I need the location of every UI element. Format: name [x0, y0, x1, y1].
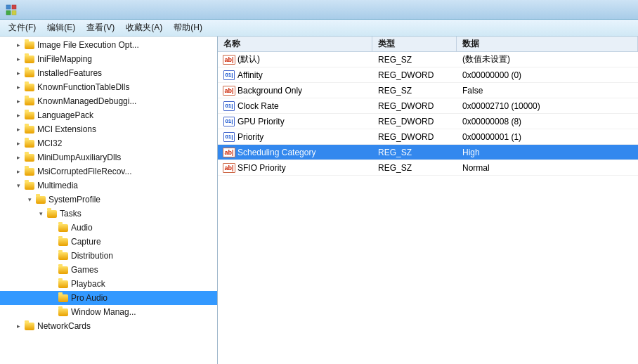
- reg-icon-2: ab|: [223, 85, 235, 96]
- tree-tasks[interactable]: Tasks: [0, 207, 217, 221]
- tree-systemprofile[interactable]: SystemProfile: [0, 193, 217, 207]
- tree-audio-folder-icon: [58, 223, 69, 233]
- tree-mci32-label: MCI32: [37, 138, 62, 148]
- reg-cell-name-0: ab|(默认): [218, 52, 372, 67]
- tree-panel: Image File Execution Opt...IniFileMappin…: [0, 37, 218, 364]
- tree-msicorrupted[interactable]: MsiCorruptedFileRecov...: [0, 164, 217, 178]
- tree-knownmanaged-arrow: [13, 96, 24, 107]
- tree-games[interactable]: Games: [0, 263, 217, 277]
- tree-languagepack[interactable]: LanguagePack: [0, 108, 217, 122]
- tree-installedfeatures-label: InstalledFeatures: [37, 68, 102, 78]
- tree-minidump-label: MiniDumpAuxiliaryDlls: [37, 152, 121, 162]
- tree-content[interactable]: Image File Execution Opt...IniFileMappin…: [0, 37, 217, 364]
- tree-windowmanag-folder-icon: [58, 307, 69, 317]
- main-content: Image File Execution Opt...IniFileMappin…: [0, 37, 638, 364]
- reg-icon-5: 01|: [223, 131, 235, 143]
- reg-cell-data-7: Normal: [457, 160, 638, 175]
- reg-cell-name-1: 01|Affinity: [218, 67, 372, 82]
- tree-knownmanaged-label: KnownManagedDebuggi...: [37, 96, 136, 106]
- col-header-data: 数据: [457, 37, 638, 51]
- svg-rect-1: [12, 5, 16, 9]
- tree-imagefileexecution-folder-icon: [24, 40, 35, 50]
- tree-languagepack-arrow: [13, 110, 24, 121]
- reg-cell-name-7: ab|SFIO Priority: [218, 160, 372, 175]
- reg-name-text-7: SFIO Priority: [237, 163, 286, 173]
- reg-cell-type-5: REG_DWORD: [372, 129, 457, 144]
- reg-row-6[interactable]: ab|Scheduling CategoryREG_SZHigh: [218, 145, 638, 160]
- tree-minidump[interactable]: MiniDumpAuxiliaryDlls: [0, 150, 217, 164]
- tree-multimedia[interactable]: Multimedia: [0, 178, 217, 193]
- tree-installedfeatures-folder-icon: [24, 68, 35, 78]
- tree-inifilemapping[interactable]: IniFileMapping: [0, 52, 217, 66]
- reg-name-text-2: Background Only: [237, 86, 302, 96]
- tree-minidump-arrow: [13, 152, 24, 163]
- reg-row-7[interactable]: ab|SFIO PriorityREG_SZNormal: [218, 160, 638, 176]
- menu-file[interactable]: 文件(F): [3, 20, 41, 35]
- tree-windowmanag[interactable]: Window Manag...: [0, 305, 217, 319]
- reg-icon-6: ab|: [223, 147, 235, 158]
- reg-name-text-1: Affinity: [237, 70, 263, 80]
- registry-header: 名称 类型 数据: [218, 37, 638, 52]
- tree-proaudio[interactable]: Pro Audio: [0, 291, 217, 305]
- tree-tasks-label: Tasks: [60, 209, 82, 219]
- app-icon: [6, 4, 17, 15]
- reg-row-0[interactable]: ab|(默认)REG_SZ(数值未设置): [218, 52, 638, 67]
- reg-row-5[interactable]: 01|PriorityREG_DWORD0x00000001 (1): [218, 129, 638, 145]
- tree-tasks-arrow: [35, 208, 46, 219]
- tree-inifilemapping-folder-icon: [24, 54, 35, 64]
- reg-cell-type-6: REG_SZ: [372, 145, 457, 160]
- reg-cell-type-0: REG_SZ: [372, 52, 457, 67]
- tree-capture[interactable]: Capture: [0, 235, 217, 249]
- reg-icon-4: 01|: [223, 116, 235, 127]
- tree-playback[interactable]: Playback: [0, 277, 217, 291]
- reg-row-2[interactable]: ab|Background OnlyREG_SZFalse: [218, 83, 638, 98]
- tree-playback-folder-icon: [58, 279, 69, 289]
- reg-row-1[interactable]: 01|AffinityREG_DWORD0x00000000 (0): [218, 67, 638, 83]
- tree-imagefileexecution[interactable]: Image File Execution Opt...: [0, 38, 217, 52]
- tree-distribution[interactable]: Distribution: [0, 249, 217, 263]
- tree-mciextensions-arrow: [13, 124, 24, 135]
- title-bar: [0, 0, 638, 20]
- tree-mciextensions-label: MCI Extensions: [37, 124, 96, 134]
- tree-inifilemapping-arrow: [13, 53, 24, 65]
- tree-multimedia-folder-icon: [24, 181, 35, 190]
- tree-proaudio-label: Pro Audio: [71, 293, 108, 303]
- tree-audio-label: Audio: [71, 223, 93, 233]
- reg-icon-0: ab|: [223, 54, 235, 65]
- tree-tasks-folder-icon: [46, 209, 58, 219]
- tree-games-label: Games: [71, 265, 98, 275]
- reg-cell-data-6: High: [457, 145, 638, 160]
- reg-cell-data-3: 0x00002710 (10000): [457, 98, 638, 113]
- tree-mciextensions[interactable]: MCI Extensions: [0, 122, 217, 136]
- menu-view[interactable]: 查看(V): [81, 20, 120, 35]
- tree-installedfeatures[interactable]: InstalledFeatures: [0, 66, 217, 80]
- reg-name-text-5: Priority: [237, 132, 263, 142]
- menu-edit[interactable]: 编辑(E): [41, 20, 81, 35]
- reg-cell-name-2: ab|Background Only: [218, 83, 372, 98]
- reg-cell-name-6: ab|Scheduling Category: [218, 145, 372, 160]
- tree-networkcards[interactable]: NetworkCards: [0, 319, 217, 333]
- tree-mci32-folder-icon: [24, 138, 35, 148]
- tree-windowmanag-arrow: [46, 306, 58, 318]
- tree-audio[interactable]: Audio: [0, 221, 217, 235]
- reg-row-4[interactable]: 01|GPU PriorityREG_DWORD0x00000008 (8): [218, 114, 638, 129]
- menu-bar: 文件(F)编辑(E)查看(V)收藏夹(A)帮助(H): [0, 20, 638, 37]
- menu-help[interactable]: 帮助(H): [168, 20, 208, 35]
- registry-rows[interactable]: ab|(默认)REG_SZ(数值未设置)01|AffinityREG_DWORD…: [218, 52, 638, 364]
- svg-rect-3: [12, 11, 16, 15]
- tree-mci32[interactable]: MCI32: [0, 136, 217, 150]
- reg-row-3[interactable]: 01|Clock RateREG_DWORD0x00002710 (10000): [218, 98, 638, 114]
- reg-name-text-0: (默认): [237, 53, 260, 65]
- tree-knownmanaged-folder-icon: [24, 96, 35, 106]
- tree-knownmanaged[interactable]: KnownManagedDebuggi...: [0, 94, 217, 108]
- tree-games-folder-icon: [58, 265, 69, 275]
- tree-distribution-arrow: [46, 250, 58, 261]
- tree-minidump-folder-icon: [24, 152, 35, 162]
- reg-icon-1: 01|: [223, 70, 235, 81]
- tree-knownfunctiontable-folder-icon: [24, 82, 35, 92]
- tree-knownfunctiontable[interactable]: KnownFunctionTableDlls: [0, 80, 217, 94]
- tree-msicorrupted-label: MsiCorruptedFileRecov...: [37, 167, 131, 176]
- menu-favorites[interactable]: 收藏夹(A): [120, 20, 168, 35]
- tree-mciextensions-folder-icon: [24, 124, 35, 134]
- tree-systemprofile-label: SystemProfile: [48, 195, 100, 204]
